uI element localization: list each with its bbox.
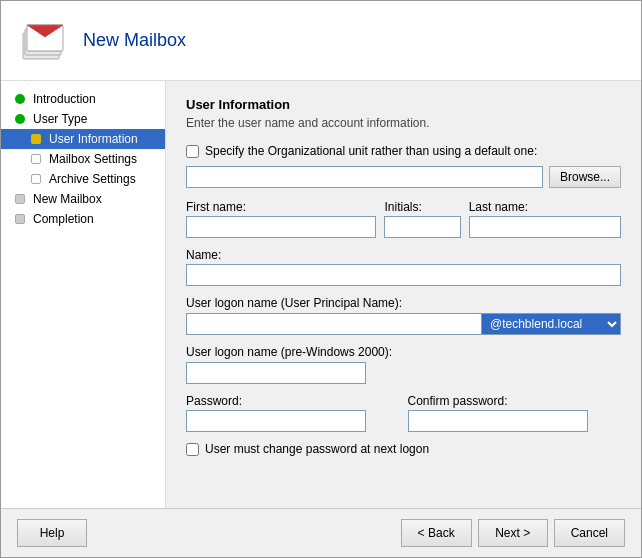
sidebar-item-user-information[interactable]: User Information (1, 129, 165, 149)
last-name-input[interactable] (469, 216, 621, 238)
sidebar-label-introduction: Introduction (33, 92, 96, 106)
sidebar-label-mailbox-settings: Mailbox Settings (49, 152, 137, 166)
must-change-row: User must change password at next logon (186, 442, 621, 456)
cancel-button[interactable]: Cancel (554, 519, 625, 547)
sidebar-item-introduction[interactable]: Introduction (1, 89, 165, 109)
browse-button[interactable]: Browse... (549, 166, 621, 188)
sidebar-item-mailbox-settings[interactable]: Mailbox Settings (1, 149, 165, 169)
sidebar: Introduction User Type User Information (1, 81, 166, 508)
ou-input-row: Browse... (186, 166, 621, 188)
must-change-checkbox[interactable] (186, 443, 199, 456)
password-group: Password: (186, 394, 400, 432)
bullet-user-type (13, 112, 27, 126)
pre2000-input[interactable] (186, 362, 366, 384)
initials-group: Initials: (384, 200, 460, 238)
domain-select[interactable]: @techblend.local (481, 313, 621, 335)
next-button[interactable]: Next > (478, 519, 548, 547)
name-label: Name: (186, 248, 621, 262)
bullet-user-information (29, 132, 43, 146)
pre2000-section: User logon name (pre-Windows 2000): (186, 345, 621, 384)
ou-checkbox-label: Specify the Organizational unit rather t… (205, 144, 537, 158)
dialog-title: New Mailbox (83, 30, 186, 51)
must-change-label: User must change password at next logon (205, 442, 429, 456)
back-button[interactable]: < Back (401, 519, 472, 547)
confirm-password-input[interactable] (408, 410, 588, 432)
sidebar-item-completion[interactable]: Completion (1, 209, 165, 229)
first-name-group: First name: (186, 200, 376, 238)
upn-section: User logon name (User Principal Name): @… (186, 296, 621, 335)
bullet-mailbox-settings (29, 152, 43, 166)
content-title: User Information (186, 97, 621, 112)
confirm-password-label: Confirm password: (408, 394, 622, 408)
bullet-archive-settings (29, 172, 43, 186)
sidebar-label-archive-settings: Archive Settings (49, 172, 136, 186)
logon-name-row: @techblend.local (186, 313, 621, 335)
sidebar-label-user-information: User Information (49, 132, 138, 146)
footer-left: Help (17, 519, 87, 547)
main-content: User Information Enter the user name and… (166, 81, 641, 508)
password-row: Password: Confirm password: (186, 394, 621, 432)
dialog-body: Introduction User Type User Information (1, 81, 641, 508)
bullet-introduction (13, 92, 27, 106)
dialog-header: New Mailbox (1, 1, 641, 81)
logon-name-label: User logon name (User Principal Name): (186, 296, 621, 310)
sidebar-label-user-type: User Type (33, 112, 87, 126)
confirm-password-group: Confirm password: (408, 394, 622, 432)
sidebar-label-completion: Completion (33, 212, 94, 226)
help-button[interactable]: Help (17, 519, 87, 547)
last-name-group: Last name: (469, 200, 621, 238)
bullet-new-mailbox (13, 192, 27, 206)
first-name-input[interactable] (186, 216, 376, 238)
name-fields-row: First name: Initials: Last name: (186, 200, 621, 238)
sidebar-item-new-mailbox[interactable]: New Mailbox (1, 189, 165, 209)
mailbox-icon (17, 15, 69, 67)
last-name-label: Last name: (469, 200, 621, 214)
name-input[interactable] (186, 264, 621, 286)
first-name-label: First name: (186, 200, 376, 214)
ou-checkbox-row: Specify the Organizational unit rather t… (186, 144, 621, 158)
content-subtitle: Enter the user name and account informat… (186, 116, 621, 130)
footer-right: < Back Next > Cancel (401, 519, 625, 547)
logon-name-input[interactable] (186, 313, 481, 335)
sidebar-label-new-mailbox: New Mailbox (33, 192, 102, 206)
ou-checkbox[interactable] (186, 145, 199, 158)
sidebar-item-archive-settings[interactable]: Archive Settings (1, 169, 165, 189)
ou-input[interactable] (186, 166, 543, 188)
name-full-group: Name: (186, 248, 621, 286)
password-input[interactable] (186, 410, 366, 432)
dialog-footer: Help < Back Next > Cancel (1, 508, 641, 557)
initials-input[interactable] (384, 216, 460, 238)
dialog-window: New Mailbox Introduction User Type (0, 0, 642, 558)
password-label: Password: (186, 394, 400, 408)
sidebar-item-user-type[interactable]: User Type (1, 109, 165, 129)
bullet-completion (13, 212, 27, 226)
initials-label: Initials: (384, 200, 460, 214)
pre2000-label: User logon name (pre-Windows 2000): (186, 345, 621, 359)
